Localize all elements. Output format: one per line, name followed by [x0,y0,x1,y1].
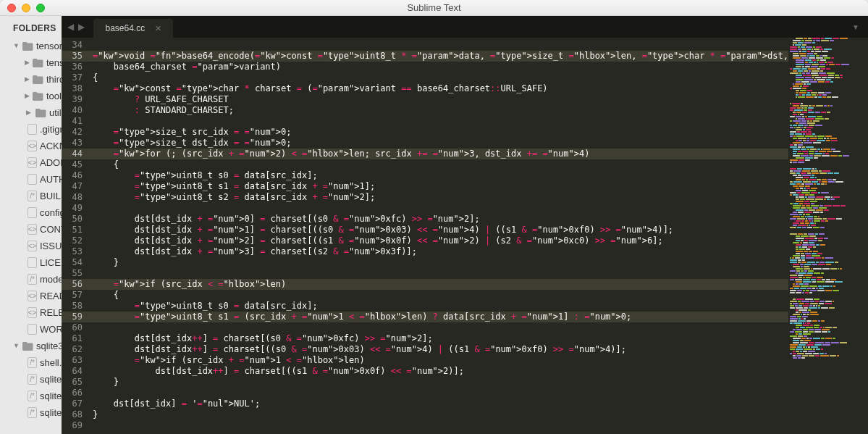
tree-item[interactable]: <>RELEASE.md [0,304,62,321]
traffic-lights [0,4,45,12]
file-icon: <> [28,291,37,301]
sidebar-header: FOLDERS [0,20,62,38]
disclosure-arrow-icon[interactable]: ▶ [25,106,32,120]
disclosure-arrow-icon[interactable]: ▶ [25,72,30,86]
file-icon: <> [28,158,37,168]
minimize-window-button[interactable] [22,4,30,12]
tree-label: .gitignore [40,122,62,136]
disclosure-arrow-icon[interactable]: ▼ [13,39,20,53]
file-icon [28,125,37,135]
tree-item[interactable]: AUTHORS [0,171,62,188]
editor-body: 3435363738394041424344454647484950515253… [62,38,868,434]
folder-icon [33,75,43,85]
tree-label: RELEASE.md [40,306,62,320]
folder-icon [22,341,33,351]
tree-root[interactable]: ▼sqlite3 [0,338,62,354]
tree-item[interactable]: /*BUILD [0,188,62,204]
tree-label: shell.c [40,356,62,370]
file-icon: <> [28,141,37,151]
titlebar: Sublime Text [0,0,868,16]
tree-label: third_party [46,72,62,86]
tree-label: WORKSPACE [40,322,62,336]
tree-item[interactable]: <>ADOPTERS.md [0,154,62,171]
tab-nav-arrows: ◀ ▶ [62,16,90,38]
line-number-gutter: 3435363738394041424344454647484950515253… [62,38,88,434]
tree-item[interactable]: ▶tensorflow [0,54,62,71]
tree-item[interactable]: LICENSE [0,254,62,271]
editor-area: ◀ ▶ base64.cc ✕ ▼ 3435363738394041424344… [62,16,868,434]
file-icon: /* [28,275,37,285]
disclosure-arrow-icon[interactable]: ▼ [13,339,20,353]
nav-back-icon[interactable]: ◀ [67,22,74,32]
tab-close-icon[interactable]: ✕ [155,24,161,33]
tree-label: AUTHORS [40,172,62,186]
tab-label: base64.cc [105,23,145,33]
file-icon [28,325,37,335]
nav-forward-icon[interactable]: ▶ [78,22,85,32]
tree-item[interactable]: /*sqlite3ext.h [0,404,62,421]
tree-label: ISSUE_TEMPLATE.md [40,239,62,253]
tree-item[interactable]: <>ISSUE_TEMPLATE.md [0,238,62,254]
tree-item[interactable]: /*shell.c [0,354,62,371]
tree-label: models.BUILD [40,272,62,286]
folder-icon [33,91,43,101]
close-window-button[interactable] [7,4,16,12]
tree-item[interactable]: /*sqlite3.c [0,371,62,388]
sidebar[interactable]: FOLDERS ▼tensorflow▶tensorflow▶third_par… [0,16,62,434]
file-icon [28,175,37,185]
tree-label: BUILD [40,189,62,203]
tree-item[interactable]: ▶util [0,104,62,121]
minimap-content [790,38,867,364]
file-icon [28,258,37,268]
tree-item[interactable]: <>README.md [0,288,62,304]
tree-item[interactable]: ▶tools [0,88,62,104]
tree-item[interactable]: configure [0,204,62,221]
file-icon: /* [28,391,37,401]
tab-active[interactable]: base64.cc ✕ [93,19,173,38]
file-icon: /* [28,358,37,368]
main: FOLDERS ▼tensorflow▶tensorflow▶third_par… [0,16,868,434]
tree-item[interactable]: ▶third_party [0,71,62,88]
tree-label: ACKNOWLEDGMENTS [40,139,62,153]
tree-label: LICENSE [40,256,62,270]
tree-label: configure [40,206,62,220]
file-icon: <> [28,241,37,251]
disclosure-arrow-icon[interactable]: ▶ [25,56,30,70]
tree-label: sqlite3.h [40,389,62,403]
zoom-window-button[interactable] [36,4,45,12]
disclosure-arrow-icon[interactable]: ▶ [25,89,30,103]
folder-icon [22,41,33,51]
file-icon: <> [28,308,37,318]
tree-label: ADOPTERS.md [40,156,62,170]
tree-label: tensorflow [46,56,62,70]
folder-icon [35,108,46,118]
tree-label: sqlite3ext.h [40,406,62,420]
tab-overflow-icon[interactable]: ▼ [852,16,868,38]
tree-item[interactable]: /*sqlite3.h [0,388,62,404]
tab-bar: ◀ ▶ base64.cc ✕ ▼ [62,16,868,38]
window: Sublime Text FOLDERS ▼tensorflow▶tensorf… [0,0,868,434]
file-icon [28,208,37,218]
tree-label: sqlite3.c [40,372,62,386]
tree-root[interactable]: ▼tensorflow [0,38,62,54]
minimap[interactable] [788,38,868,434]
tree-item[interactable]: /*models.BUILD [0,271,62,288]
window-title: Sublime Text [407,2,460,13]
file-icon: /* [28,375,37,385]
tree-label: util [49,106,62,120]
file-icon: /* [28,191,37,201]
tree-label: tools [46,89,62,103]
tree-item[interactable]: .gitignore [0,121,62,138]
tree-label: README.md [40,289,62,303]
code-area[interactable]: ="kw">void ="fn">base64_encode(="kw">con… [88,38,788,434]
file-icon: /* [28,408,37,418]
tree-item[interactable]: <>ACKNOWLEDGMENTS [0,138,62,154]
tree-item[interactable]: <>CONTRIBUTING.md [0,221,62,238]
tree-label: sqlite3 [36,339,62,353]
tree-label: CONTRIBUTING.md [40,222,62,236]
tree-item[interactable]: WORKSPACE [0,321,62,338]
folder-tree: ▼tensorflow▶tensorflow▶third_party▶tools… [0,38,62,421]
file-icon: <> [28,225,37,235]
tree-label: tensorflow [36,39,62,53]
folder-icon [33,58,43,68]
